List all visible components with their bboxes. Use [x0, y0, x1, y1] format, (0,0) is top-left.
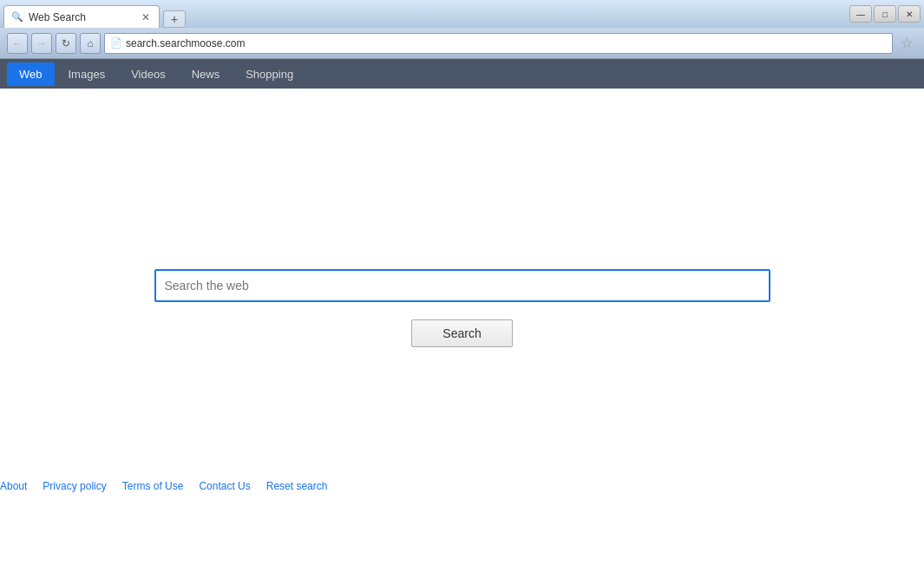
search-nav-item-images[interactable]: Images	[56, 63, 118, 86]
new-tab-button[interactable]: +	[163, 10, 186, 28]
close-button[interactable]: ✕	[898, 5, 921, 23]
minimize-button[interactable]: —	[849, 5, 872, 23]
tab-close-button[interactable]: ✕	[140, 11, 152, 23]
back-button[interactable]: ←	[7, 33, 28, 54]
footer-link-4[interactable]: Reset search	[266, 480, 328, 492]
nav-bar: ← → ↻ ⌂ 📄 search.searchmoose.com ☆	[0, 28, 924, 59]
forward-button[interactable]: →	[31, 33, 52, 54]
bookmark-button[interactable]: ☆	[896, 33, 917, 54]
address-text: search.searchmoose.com	[126, 37, 245, 49]
tab-title: Web Search	[29, 11, 86, 23]
footer-link-3[interactable]: Contact Us	[199, 480, 250, 492]
search-nav-item-videos[interactable]: Videos	[119, 63, 178, 86]
search-nav: WebImagesVideosNewsShopping	[0, 59, 924, 89]
home-button[interactable]: ⌂	[80, 33, 101, 54]
search-nav-item-web[interactable]: Web	[7, 63, 55, 86]
browser-tab[interactable]: 🔍 Web Search ✕	[3, 5, 160, 28]
search-nav-item-news[interactable]: News	[180, 63, 233, 86]
refresh-button[interactable]: ↻	[56, 33, 76, 54]
search-input[interactable]	[154, 269, 770, 302]
search-nav-item-shopping[interactable]: Shopping	[233, 63, 305, 86]
footer-link-0[interactable]: About	[0, 480, 27, 492]
footer-link-1[interactable]: Privacy policy	[43, 480, 106, 492]
address-bar[interactable]: 📄 search.searchmoose.com	[104, 33, 893, 54]
footer-link-2[interactable]: Terms of Use	[122, 480, 184, 492]
browser-chrome: 🔍 Web Search ✕ + — □ ✕ ← → ↻ ⌂ 📄 search.…	[0, 0, 924, 59]
search-button[interactable]: Search	[411, 319, 513, 347]
address-icon: 📄	[110, 37, 122, 49]
main-content: Search	[0, 89, 924, 579]
footer-links: AboutPrivacy policyTerms of UseContact U…	[0, 480, 327, 492]
title-bar: 🔍 Web Search ✕ + — □ ✕	[0, 0, 924, 28]
tab-area: 🔍 Web Search ✕ +	[3, 0, 849, 28]
tab-favicon: 🔍	[11, 11, 23, 23]
maximize-button[interactable]: □	[874, 5, 896, 23]
window-controls: — □ ✕	[849, 5, 921, 23]
search-section: Search	[154, 269, 770, 347]
